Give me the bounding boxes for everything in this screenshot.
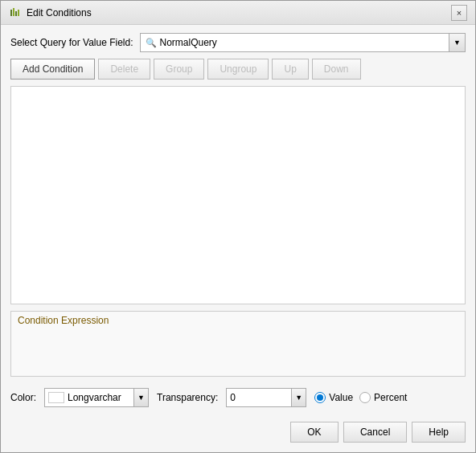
condition-expression-label: Condition Expression — [11, 312, 465, 328]
value-radio-label: Value — [329, 392, 353, 403]
dialog-icon — [9, 6, 22, 19]
color-label: Color: — [10, 392, 36, 403]
edit-conditions-dialog: Edit Conditions × Select Query for Value… — [0, 0, 476, 453]
value-radio[interactable]: Value — [314, 392, 353, 403]
condition-expression-section: Condition Expression — [10, 311, 466, 377]
up-button[interactable]: Up — [272, 59, 308, 80]
color-select-value: Longvarchar — [68, 392, 121, 403]
cancel-button[interactable]: Cancel — [343, 422, 407, 443]
ok-button[interactable]: OK — [290, 422, 339, 443]
radio-group: Value Percent — [314, 392, 407, 403]
color-select[interactable]: Longvarchar ▼ — [44, 388, 149, 407]
percent-radio[interactable]: Percent — [359, 392, 407, 403]
transparency-dropdown-arrow[interactable]: ▼ — [291, 389, 306, 406]
delete-button[interactable]: Delete — [98, 59, 150, 80]
toolbar: Add Condition Delete Group Ungroup Up Do… — [10, 59, 466, 80]
percent-radio-label: Percent — [374, 392, 407, 403]
color-swatch — [48, 392, 64, 403]
conditions-panel — [10, 86, 466, 304]
group-button[interactable]: Group — [154, 59, 204, 80]
query-dropdown-arrow[interactable]: ▼ — [449, 34, 465, 51]
dialog-title: Edit Conditions — [27, 7, 92, 18]
dialog-content: Select Query for Value Field: 🔍 NormalQu… — [1, 25, 475, 452]
bottom-buttons: OK Cancel Help — [10, 418, 466, 444]
condition-expression-area — [11, 328, 465, 376]
color-transparency-row: Color: Longvarchar ▼ Transparency: 0 ▼ — [10, 383, 466, 412]
percent-radio-circle — [359, 392, 371, 403]
help-button[interactable]: Help — [412, 422, 466, 443]
query-select-wrapper[interactable]: 🔍 NormalQuery ▼ — [140, 33, 466, 52]
query-label: Select Query for Value Field: — [10, 37, 133, 48]
transparency-select[interactable]: 0 ▼ — [226, 388, 306, 407]
transparency-value: 0 — [230, 392, 236, 403]
value-radio-circle — [314, 392, 326, 403]
query-select-value: NormalQuery — [160, 37, 217, 48]
transparency-label: Transparency: — [157, 392, 218, 403]
title-bar-left: Edit Conditions — [9, 6, 92, 19]
color-dropdown-arrow[interactable]: ▼ — [133, 389, 148, 406]
close-button[interactable]: × — [451, 5, 467, 21]
search-icon: 🔍 — [146, 38, 157, 48]
query-row: Select Query for Value Field: 🔍 NormalQu… — [10, 33, 466, 52]
add-condition-button[interactable]: Add Condition — [10, 59, 95, 80]
down-button[interactable]: Down — [312, 59, 361, 80]
ungroup-button[interactable]: Ungroup — [207, 59, 269, 80]
title-bar: Edit Conditions × — [1, 1, 475, 25]
